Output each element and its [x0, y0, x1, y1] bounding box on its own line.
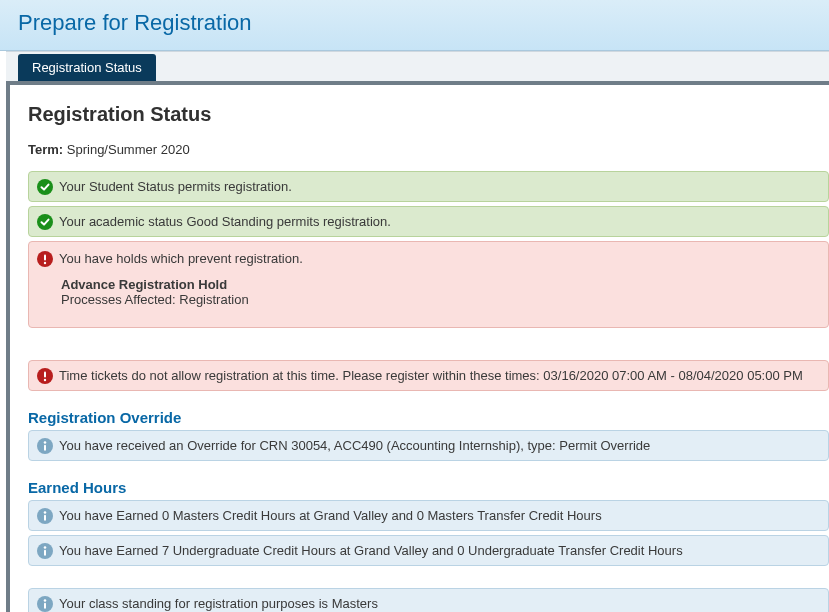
alert-override: You have received an Override for CRN 30… [28, 430, 829, 461]
page-title: Prepare for Registration [18, 10, 811, 36]
check-icon [37, 214, 53, 230]
hold-name: Advance Registration Hold [61, 277, 820, 292]
alert-text: You have received an Override for CRN 30… [59, 437, 820, 453]
section-heading-earned: Earned Hours [28, 479, 829, 496]
info-icon [37, 543, 53, 559]
tab-registration-status[interactable]: Registration Status [18, 54, 156, 81]
alert-time-ticket: Time tickets do not allow registration a… [28, 360, 829, 391]
alert-holds: You have holds which prevent registratio… [28, 241, 829, 328]
term-line: Term: Spring/Summer 2020 [28, 142, 829, 157]
hold-processes: Processes Affected: Registration [61, 292, 820, 307]
section-heading-override: Registration Override [28, 409, 829, 426]
info-icon [37, 508, 53, 524]
term-value: Spring/Summer 2020 [67, 142, 190, 157]
alert-student-status: Your Student Status permits registration… [28, 171, 829, 202]
title-bar: Prepare for Registration [0, 0, 829, 51]
alert-text: You have holds which prevent registratio… [59, 250, 820, 266]
term-label: Term: [28, 142, 63, 157]
content: Registration Status Term: Spring/Summer … [6, 85, 829, 612]
alert-icon [37, 368, 53, 384]
alert-icon [37, 251, 53, 267]
section-heading-main: Registration Status [28, 103, 829, 126]
info-icon [37, 438, 53, 454]
alert-text: You have Earned 7 Undergraduate Credit H… [59, 542, 820, 558]
hold-detail: Advance Registration Hold Processes Affe… [61, 277, 820, 307]
tab-bar: Registration Status [6, 51, 829, 85]
tab-label: Registration Status [32, 60, 142, 75]
alert-class-standing: Your class standing for registration pur… [28, 588, 829, 612]
alert-text: Time tickets do not allow registration a… [59, 367, 820, 383]
alert-earned-undergrad: You have Earned 7 Undergraduate Credit H… [28, 535, 829, 566]
alert-text: Your class standing for registration pur… [59, 595, 820, 611]
alert-academic-status: Your academic status Good Standing permi… [28, 206, 829, 237]
alert-earned-masters: You have Earned 0 Masters Credit Hours a… [28, 500, 829, 531]
alert-text: Your Student Status permits registration… [59, 178, 820, 194]
info-icon [37, 596, 53, 612]
check-icon [37, 179, 53, 195]
alert-text: Your academic status Good Standing permi… [59, 213, 820, 229]
alert-text: You have Earned 0 Masters Credit Hours a… [59, 507, 820, 523]
